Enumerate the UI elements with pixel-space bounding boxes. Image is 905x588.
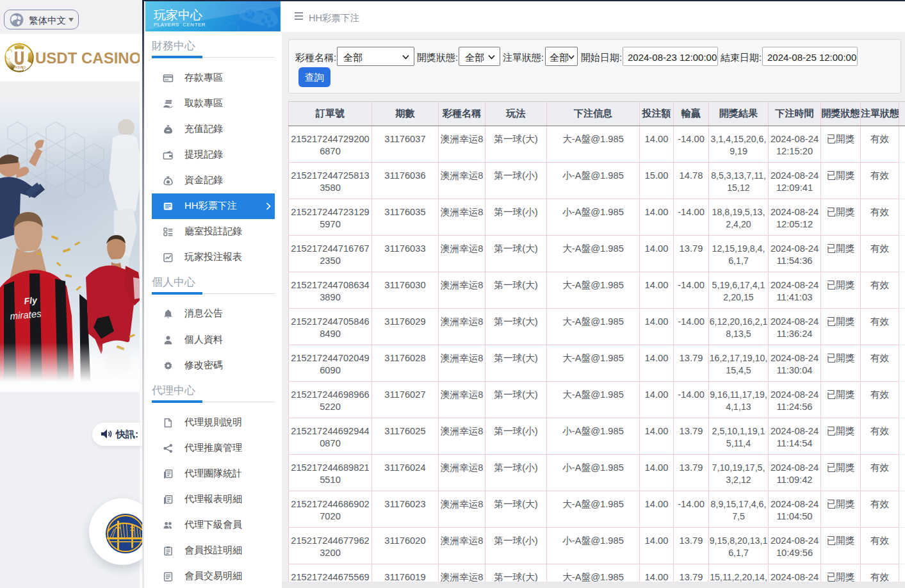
svg-text:CASINO: CASINO — [13, 66, 26, 69]
svg-text:Fly: Fly — [24, 295, 38, 306]
